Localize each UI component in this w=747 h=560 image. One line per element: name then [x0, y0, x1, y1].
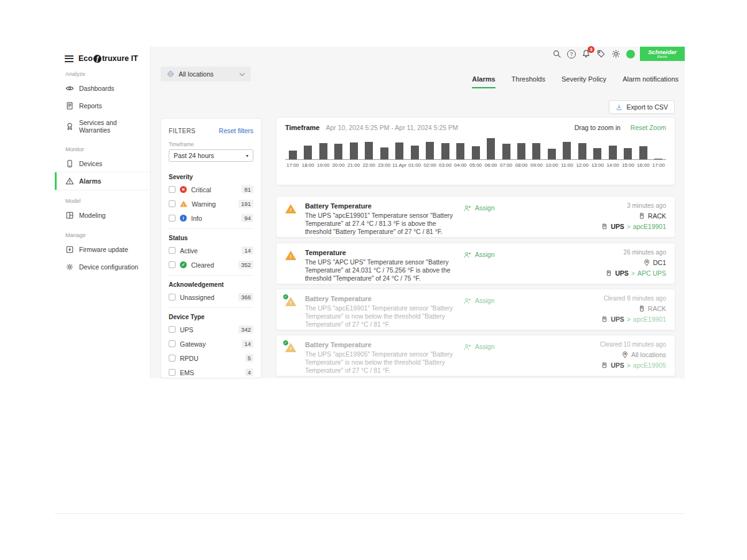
sidebar-item-dashboards[interactable]: Dashboards [55, 80, 150, 97]
chart-x-tick-label: 06:00 [483, 162, 498, 168]
location-selector[interactable]: All locations [161, 67, 251, 82]
device-link[interactable]: apcE19901 [633, 315, 666, 323]
chart-bar[interactable] [289, 151, 297, 159]
sidebar-item-label: Firmware update [79, 246, 128, 253]
chart-bar[interactable] [334, 144, 342, 159]
user-avatar[interactable] [626, 50, 635, 58]
notifications-bell-icon[interactable]: 3 [581, 49, 591, 58]
assign-button[interactable]: Assign [463, 202, 538, 231]
timeframe-select[interactable]: Past 24 hours ▾ [169, 149, 253, 162]
tag-icon[interactable] [596, 49, 606, 58]
sidebar-item-devices[interactable]: Devices [55, 155, 150, 172]
tab-alarms[interactable]: Alarms [472, 75, 495, 88]
filter-option-unassigned[interactable]: Unassigned366 [169, 293, 253, 301]
search-icon[interactable] [552, 49, 561, 58]
warning-triangle-icon: ! [285, 251, 296, 260]
assign-button[interactable]: Assign [463, 295, 538, 324]
hamburger-menu-icon[interactable] [65, 55, 73, 62]
checkbox[interactable] [169, 200, 176, 207]
alarm-row[interactable]: !Battery TemperatureThe UPS "apcE19901" … [276, 196, 675, 238]
rack-icon [638, 212, 646, 220]
sidebar-item-services-and-warranties[interactable]: Services and Warranties [55, 114, 150, 138]
breadcrumb-separator: > [627, 315, 631, 323]
chart-bar[interactable] [548, 149, 556, 159]
checkbox[interactable] [169, 247, 176, 254]
filter-option-cleared[interactable]: ✓Cleared352 [169, 261, 253, 269]
checkbox[interactable] [169, 326, 176, 333]
alarm-row[interactable]: !✓Battery TemperatureThe UPS "apcE19905"… [276, 335, 675, 376]
chart-bar[interactable] [578, 143, 586, 159]
filter-option-active[interactable]: Active14 [169, 246, 253, 254]
chart-bar[interactable] [563, 142, 571, 159]
checkbox[interactable] [169, 186, 176, 193]
chart-x-tick-label: 21:00 [346, 162, 361, 168]
chart-bar[interactable] [639, 146, 647, 159]
device-link[interactable]: apcE19905 [633, 362, 666, 369]
chart-bar[interactable] [426, 142, 434, 159]
chart-bar[interactable] [593, 148, 601, 159]
filter-option-warning[interactable]: !Warning191 [169, 200, 253, 208]
chart-bar[interactable] [624, 148, 632, 159]
chart-bar[interactable] [411, 146, 419, 159]
chart-x-tick-label: 14:00 [605, 162, 620, 168]
export-csv-button[interactable]: Export to CSV [609, 100, 675, 114]
tab-alarm-notifications[interactable]: Alarm notifications [622, 75, 679, 88]
reset-zoom-link[interactable]: Reset Zoom [631, 124, 666, 131]
checkbox[interactable] [169, 355, 176, 362]
sidebar-item-reports[interactable]: Reports [55, 97, 150, 114]
logo-suffix: truxure IT [102, 54, 138, 63]
chart-bar[interactable] [319, 143, 327, 159]
chart-bar[interactable] [441, 143, 449, 159]
reset-filters-link[interactable]: Reset filters [219, 127, 253, 134]
help-icon[interactable]: ? [567, 50, 576, 58]
device-type-label: UPS [615, 269, 629, 277]
sidebar-item-modeling[interactable]: Modeling [55, 207, 150, 224]
tab-thresholds[interactable]: Thresholds [512, 75, 545, 88]
chart-bar[interactable] [532, 143, 540, 159]
app-logo[interactable]: Ecoƒtruxure IT [78, 54, 138, 63]
assign-button[interactable]: Assign [463, 249, 538, 278]
chart-bar[interactable] [502, 144, 510, 159]
chart-bar[interactable] [304, 146, 312, 159]
device-link[interactable]: APC UPS [637, 269, 666, 277]
checkbox[interactable] [169, 261, 176, 268]
main-area: ? 3 Schneider Electric All locations Ala… [151, 47, 685, 378]
filter-option-rpdu[interactable]: RPDU5 [169, 354, 253, 362]
device-link[interactable]: apcE19901 [633, 223, 666, 230]
alarms-icon [65, 177, 74, 185]
chart-bar[interactable] [380, 147, 388, 159]
sidebar-item-device-configuration[interactable]: Device configuration [55, 258, 150, 276]
chart-bar[interactable] [395, 142, 403, 159]
checkbox[interactable] [169, 340, 176, 347]
filter-option-info[interactable]: iInfo94 [169, 214, 253, 222]
sidebar-item-firmware-update[interactable]: Firmware update [55, 241, 150, 258]
chart-bar[interactable] [456, 143, 464, 159]
app-window: Ecoƒtruxure IT AnalyzeDashboardsReportsS… [55, 47, 685, 514]
chart-bar-slot [300, 146, 315, 159]
chart-bar[interactable] [517, 143, 525, 159]
checkbox[interactable] [169, 294, 176, 301]
chart-bar[interactable] [472, 146, 480, 159]
chart-bar[interactable] [350, 142, 358, 159]
alarm-row[interactable]: !✓Battery TemperatureThe UPS "apcE19901"… [276, 289, 675, 330]
chart-x-tick-label: 07:00 [499, 162, 514, 168]
filter-option-gateway[interactable]: Gateway14 [169, 340, 253, 348]
sidebar-item-alarms[interactable]: Alarms [55, 172, 150, 190]
filter-option-critical[interactable]: ✕Critical81 [169, 185, 253, 194]
chart-bar-slot [483, 138, 498, 159]
schneider-electric-logo[interactable]: Schneider Electric [640, 47, 685, 61]
chart-bar[interactable] [487, 138, 495, 159]
filter-option-ups[interactable]: UPS342 [169, 325, 253, 334]
filter-option-ems[interactable]: EMS4 [169, 368, 253, 376]
alarm-row[interactable]: !TemperatureThe UPS "APC UPS" Temperatur… [276, 243, 675, 284]
tab-severity-policy[interactable]: Severity Policy [561, 75, 606, 88]
checkbox[interactable] [169, 369, 176, 376]
chart-bar[interactable] [609, 146, 617, 159]
checkbox[interactable] [169, 215, 176, 222]
alarm-histogram[interactable]: 17:0018:0019:0020:0021:0022:0023:0011 Ap… [285, 137, 666, 168]
assign-button[interactable]: Assign [463, 341, 538, 370]
chart-bar[interactable] [654, 159, 662, 159]
settings-gear-icon[interactable] [611, 49, 621, 58]
chart-bar-slot [499, 144, 514, 159]
chart-bar[interactable] [365, 142, 373, 159]
